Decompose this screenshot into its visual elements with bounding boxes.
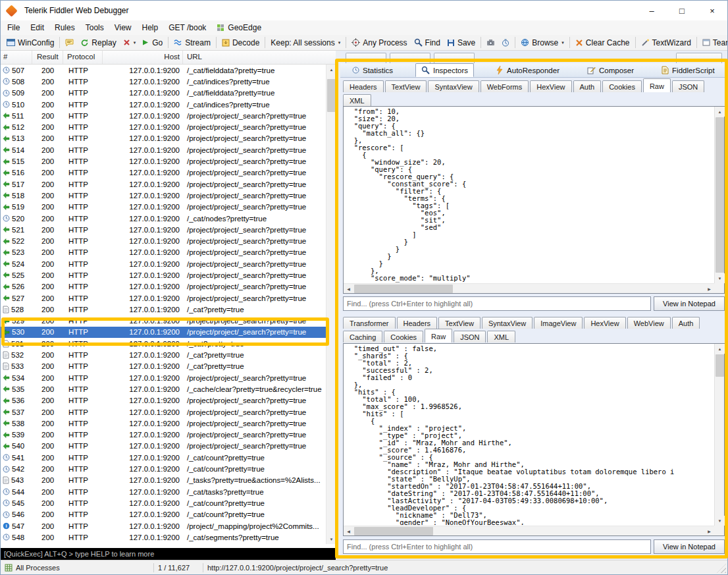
session-row[interactable]: 538200HTTP127.0.0.1:9200/project/project…: [1, 418, 326, 429]
response-horizontal-scrollbar[interactable]: ◀ ▶: [344, 526, 714, 535]
response-tab-raw[interactable]: Raw: [425, 329, 452, 342]
scrollbar-thumb[interactable]: [715, 117, 724, 273]
session-row[interactable]: 546200HTTP127.0.0.1:9200/_cat/count?pret…: [1, 509, 326, 520]
scroll-down-button[interactable]: ▼: [715, 273, 725, 283]
session-row[interactable]: 507200HTTP127.0.0.1:9200/_cat/fielddata?…: [1, 65, 326, 76]
stream-button[interactable]: Stream: [170, 37, 214, 49]
tab-inspectors[interactable]: Inspectors: [415, 63, 474, 77]
session-row[interactable]: 534200HTTP127.0.0.1:9200/project/project…: [1, 372, 326, 383]
request-vertical-scrollbar[interactable]: ▲ ▼: [714, 107, 724, 283]
remove-sessions-button[interactable]: ▾: [120, 38, 140, 47]
scrollbar-thumb[interactable]: [354, 527, 433, 535]
scroll-right-button[interactable]: ▶: [704, 284, 714, 294]
response-tab-imageview[interactable]: ImageView: [534, 317, 583, 329]
menu-item-get-book[interactable]: GET /book: [163, 21, 211, 34]
session-row[interactable]: 518200HTTP127.0.0.1:9200/project/project…: [1, 190, 326, 201]
menu-item-rules[interactable]: Rules: [49, 21, 80, 34]
save-button[interactable]: Save: [444, 37, 479, 49]
scroll-right-button[interactable]: ▶: [704, 526, 714, 536]
response-tab-transformer[interactable]: Transformer: [343, 317, 396, 329]
session-row[interactable]: 539200HTTP127.0.0.1:9200/project/project…: [1, 429, 326, 441]
response-view-in-notepad-button[interactable]: View in Notepad: [654, 539, 725, 554]
session-row[interactable]: 522200HTTP127.0.0.1:9200/project/project…: [1, 235, 326, 246]
session-row[interactable]: 537200HTTP127.0.0.1:9200/project/project…: [1, 406, 326, 418]
session-row[interactable]: 532200HTTP127.0.0.1:9200/_cat?pretty=tru…: [1, 349, 326, 360]
session-row[interactable]: 517200HTTP127.0.0.1:9200/project/project…: [1, 178, 326, 190]
response-tab-json[interactable]: JSON: [454, 331, 486, 342]
session-row[interactable]: 541200HTTP127.0.0.1:9200/_cat/count?pret…: [1, 452, 326, 463]
close-button[interactable]: ×: [697, 1, 727, 20]
session-row[interactable]: 543200HTTP127.0.0.1:9200/_tasks?pretty=t…: [1, 475, 326, 486]
column-header-host[interactable]: Host: [103, 51, 183, 64]
response-tab-xml[interactable]: XML: [487, 331, 515, 342]
request-find-input[interactable]: [343, 296, 651, 311]
session-row[interactable]: 528200HTTP127.0.0.1:9200/_cat?pretty=tru…: [1, 304, 326, 315]
menu-item-view[interactable]: View: [109, 21, 137, 34]
request-tab-textview[interactable]: TextView: [385, 80, 427, 92]
scroll-up-button[interactable]: ▲: [715, 107, 725, 117]
session-row[interactable]: 520200HTTP127.0.0.1:9200/_cat/nodes?pret…: [1, 213, 326, 224]
menu-item-edit[interactable]: Edit: [25, 21, 49, 34]
scroll-left-button[interactable]: ◀: [344, 284, 353, 294]
session-row[interactable]: 526200HTTP127.0.0.1:9200/project/project…: [1, 281, 326, 292]
request-tab-json[interactable]: JSON: [672, 80, 704, 92]
session-row[interactable]: 525200HTTP127.0.0.1:9200/project/project…: [1, 269, 326, 281]
session-row[interactable]: i547200HTTP127.0.0.1:9200/project/_mappi…: [1, 520, 326, 532]
menu-item-help[interactable]: Help: [137, 21, 164, 34]
session-row[interactable]: 540200HTTP127.0.0.1:9200/project/project…: [1, 441, 326, 452]
session-row[interactable]: 521200HTTP127.0.0.1:9200/project/project…: [1, 224, 326, 235]
response-tab-cookies[interactable]: Cookies: [384, 331, 423, 342]
go-button[interactable]: Go: [139, 37, 166, 49]
comment-button[interactable]: [62, 38, 77, 48]
maximize-button[interactable]: □: [667, 1, 697, 20]
scroll-left-button[interactable]: ◀: [344, 526, 353, 536]
winconfig-button[interactable]: WinConfig: [3, 37, 57, 49]
scroll-up-button[interactable]: ▲: [326, 65, 336, 74]
clear-cache-button[interactable]: Clear Cache: [572, 37, 633, 49]
minimize-button[interactable]: –: [637, 1, 667, 20]
request-view-in-notepad-button[interactable]: View in Notepad: [654, 296, 725, 311]
session-row[interactable]: 542200HTTP127.0.0.1:9200/_cat/count?pret…: [1, 463, 326, 474]
replay-button[interactable]: Replay: [77, 37, 119, 49]
tab-fiddlerscript[interactable]: FiddlerScript: [656, 63, 720, 77]
session-row[interactable]: 508200HTTP127.0.0.1:9200/_cat/indices?pr…: [1, 76, 326, 87]
textwizard-button[interactable]: TextWizard: [638, 37, 694, 49]
session-row[interactable]: 516200HTTP127.0.0.1:9200/project/project…: [1, 167, 326, 178]
response-tab-hexview[interactable]: HexView: [584, 317, 625, 329]
request-horizontal-scrollbar[interactable]: ◀ ▶: [344, 283, 714, 293]
request-tab-syntaxview[interactable]: SyntaxView: [428, 80, 479, 92]
request-tab-xml[interactable]: XML: [343, 94, 371, 106]
find-button[interactable]: Find: [411, 37, 444, 49]
session-row[interactable]: 531200HTTP127.0.0.1:9200/_cat?pretty=tru…: [1, 338, 326, 349]
tab-composer[interactable]: Composer: [582, 63, 639, 77]
tab-statistics[interactable]: Statistics: [347, 63, 398, 77]
decode-button[interactable]: Decode: [219, 37, 263, 49]
session-row[interactable]: 512200HTTP127.0.0.1:9200/project/project…: [1, 121, 326, 132]
session-row[interactable]: 548200HTTP127.0.0.1:9200/_cat/segments?p…: [1, 532, 326, 543]
session-list-scrollbar[interactable]: ▲ ▼: [326, 65, 336, 544]
response-tab-syntaxview[interactable]: SyntaxView: [482, 317, 533, 329]
scroll-down-button[interactable]: ▼: [326, 534, 336, 544]
scrollbar-thumb[interactable]: [354, 285, 453, 293]
session-row[interactable]: 515200HTTP127.0.0.1:9200/project/project…: [1, 155, 326, 167]
column-header-number[interactable]: #: [1, 51, 32, 64]
response-find-input[interactable]: [343, 539, 651, 554]
session-row[interactable]: 545200HTTP127.0.0.1:9200/_cat/count?pret…: [1, 497, 326, 508]
session-row[interactable]: 535200HTTP127.0.0.1:9200/_cache/clear?pr…: [1, 383, 326, 395]
request-tab-webforms[interactable]: WebForms: [481, 80, 529, 92]
session-row[interactable]: 530200HTTP127.0.0.1:9200/project/project…: [1, 327, 326, 338]
session-row[interactable]: 536200HTTP127.0.0.1:9200/project/project…: [1, 395, 326, 406]
capture-mode[interactable]: All Processes: [16, 564, 149, 572]
column-header-url[interactable]: URL: [183, 51, 336, 64]
request-tab-headers[interactable]: Headers: [343, 80, 384, 92]
scroll-up-button[interactable]: ▲: [715, 344, 725, 354]
session-row[interactable]: 544200HTTP127.0.0.1:9200/_cat/tasks?pret…: [1, 486, 326, 497]
keep-sessions-dropdown[interactable]: Keep: All sessions▾: [267, 37, 344, 49]
session-row[interactable]: 527200HTTP127.0.0.1:9200/project/project…: [1, 292, 326, 304]
request-tab-auth[interactable]: Auth: [573, 80, 602, 92]
timer-button[interactable]: [498, 38, 513, 48]
menu-item-tools[interactable]: Tools: [80, 21, 109, 34]
scrollbar-thumb[interactable]: [327, 79, 336, 112]
response-body-view[interactable]: "timed_out" : false, "_shards" : { "tota…: [343, 343, 725, 536]
response-tab-textview[interactable]: TextView: [438, 317, 481, 329]
